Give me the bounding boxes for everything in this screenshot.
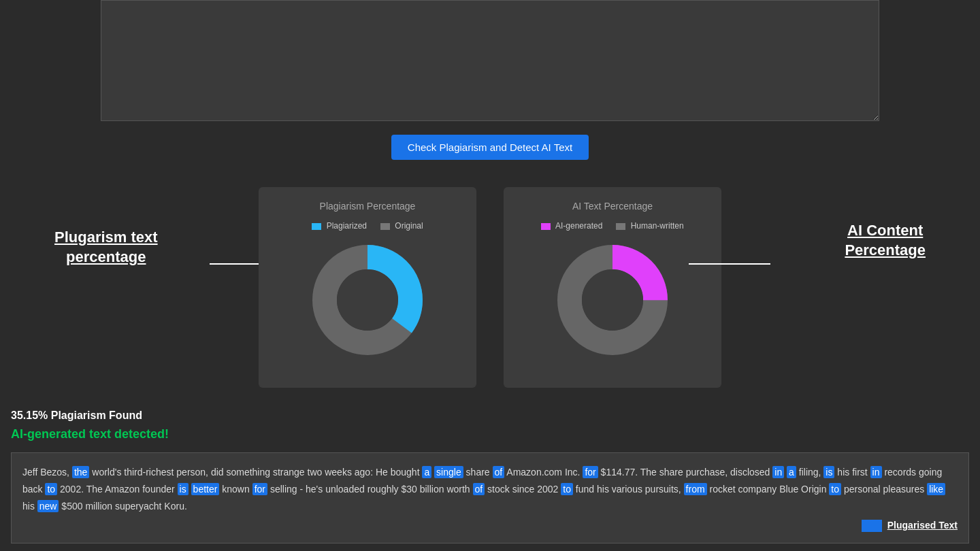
- plagiarism-annotation: Plugarism textpercentage: [54, 228, 158, 267]
- ai-annotation: AI ContentPercentage: [845, 221, 926, 260]
- results-section: 35.15% Plagiarism Found AI-generated tex…: [0, 410, 980, 544]
- plagiarism-annotation-label: Plugarism textpercentage: [54, 228, 158, 267]
- highlight-a2: a: [787, 466, 796, 478]
- ai-legend-item: AI-generated: [541, 221, 602, 231]
- svg-point-5: [582, 269, 643, 331]
- svg-point-2: [337, 269, 398, 331]
- human-legend-dot: [616, 223, 625, 230]
- highlight-in1: in: [772, 466, 784, 478]
- ai-chart-title: AI Text Percentage: [517, 201, 708, 212]
- plagiarism-donut-svg: [306, 239, 429, 361]
- highlight-better: better: [191, 483, 220, 495]
- plagiarised-legend: Plugarised Text: [862, 517, 958, 534]
- highlight-to3: to: [829, 483, 841, 495]
- highlight-single: single: [434, 466, 463, 478]
- ai-donut-container: [517, 239, 708, 361]
- ai-annotation-label: AI ContentPercentage: [845, 221, 926, 260]
- plagiarized-legend-dot: [312, 223, 321, 230]
- ai-legend-label: AI-generated: [555, 221, 602, 231]
- highlight-to1: to: [45, 483, 57, 495]
- highlight-of2: of: [473, 483, 485, 495]
- plagiarized-legend-label: Plagiarized: [327, 221, 367, 231]
- plagiarized-legend-item: Plagiarized: [312, 221, 367, 231]
- ai-detected-label: AI-generated text detected!: [11, 427, 969, 441]
- original-legend-item: Original: [380, 221, 423, 231]
- plagiarised-color-box: [862, 520, 882, 532]
- plagiarism-chart-card: Plagiarism Percentage Plagiarized Origin…: [259, 187, 476, 388]
- ai-legend-dot: [541, 223, 551, 230]
- human-legend-item: Human-written: [616, 221, 683, 231]
- check-plagiarism-button[interactable]: Check Plagiarism and Detect AI Text: [391, 135, 589, 160]
- annotation-line-right: [689, 263, 770, 265]
- analysis-text: Jeff Bezos, the world's third-richest pe…: [22, 466, 945, 512]
- main-text-input[interactable]: [101, 0, 879, 121]
- plagiarism-donut-container: [272, 239, 463, 361]
- plagiarised-text-label: Plugarised Text: [887, 517, 958, 534]
- highlight-from: from: [684, 483, 707, 495]
- highlight-new: new: [37, 500, 59, 512]
- plagiarism-chart-title: Plagiarism Percentage: [272, 201, 463, 212]
- human-legend-label: Human-written: [631, 221, 684, 231]
- original-legend-dot: [380, 223, 390, 230]
- highlight-is2: is: [178, 483, 189, 495]
- highlight-in2: in: [870, 466, 882, 478]
- plagiarism-chart-legend: Plagiarized Original: [272, 221, 463, 231]
- highlight-a1: a: [422, 466, 431, 478]
- highlight-to2: to: [561, 483, 573, 495]
- ai-chart-card: AI Text Percentage AI-generated Human-wr…: [504, 187, 721, 388]
- ai-donut-svg: [551, 239, 674, 361]
- highlight-of1: of: [493, 466, 505, 478]
- ai-chart-legend: AI-generated Human-written: [517, 221, 708, 231]
- highlight-is1: is: [823, 466, 834, 478]
- textarea-section: [0, 0, 980, 124]
- plagiarism-found-label: 35.15% Plagiarism Found: [11, 410, 969, 422]
- highlight-like: like: [927, 483, 945, 495]
- charts-section: Plugarism textpercentage Plagiarism Perc…: [0, 187, 980, 388]
- highlight-for1: for: [583, 466, 598, 478]
- button-row: Check Plagiarism and Detect AI Text: [0, 135, 980, 160]
- highlight-for2: for: [252, 483, 267, 495]
- highlight-the: the: [72, 466, 89, 478]
- text-analysis-box: Jeff Bezos, the world's third-richest pe…: [11, 452, 969, 544]
- original-legend-label: Original: [395, 221, 423, 231]
